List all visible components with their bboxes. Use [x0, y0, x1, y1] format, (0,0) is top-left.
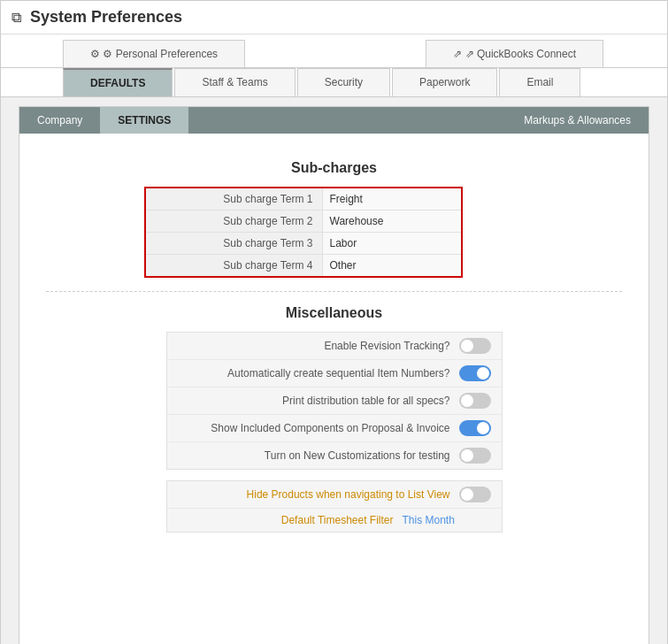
settings-panel: Company SETTINGS Markups & Allowances Su… — [19, 106, 649, 644]
sub-tabs-bar: Company SETTINGS Markups & Allowances — [19, 107, 649, 134]
quickbooks-icon: ⇗ — [453, 48, 462, 60]
bottom-row-timesheet-filter: Default Timesheet Filter This Month — [167, 509, 502, 532]
main-content-area: Company SETTINGS Markups & Allowances Su… — [1, 97, 667, 644]
subcharge-label-4: Sub charge Term 4 — [146, 255, 323, 276]
external-link-icon: ⧉ — [12, 10, 21, 26]
subcharge-label-1: Sub charge Term 1 — [146, 188, 323, 210]
bottom-row-hide-products: Hide Products when navigating to List Vi… — [167, 481, 502, 509]
toggle-row-sequential: Automatically create sequential Item Num… — [167, 360, 502, 387]
toggle-label-included-components: Show Included Components on Proposal & I… — [178, 422, 459, 434]
subcharge-value-1[interactable]: Freight — [323, 188, 461, 210]
toggle-hide-products[interactable] — [459, 487, 491, 502]
subcharge-value-2[interactable]: Warehouse — [323, 211, 461, 232]
toggle-customizations[interactable] — [459, 448, 491, 464]
toggle-label-sequential: Automatically create sequential Item Num… — [178, 367, 459, 380]
page-title: System Preferences — [30, 8, 182, 27]
miscellaneous-section: Miscellaneous Enable Revision Tracking? … — [46, 305, 622, 533]
toggle-distribution-table[interactable] — [459, 393, 491, 409]
tab-security[interactable]: Security — [297, 68, 390, 96]
subcharges-section: Sub-charges Sub charge Term 1 Freight Su… — [135, 160, 534, 278]
subtab-settings[interactable]: SETTINGS — [100, 107, 188, 134]
subcharge-value-4[interactable]: Other — [323, 255, 461, 276]
toggle-row-distribution: Print distribution table for all specs? — [167, 387, 502, 415]
toggle-included-components[interactable] — [459, 420, 491, 436]
table-row: Sub charge Term 4 Other — [146, 255, 461, 276]
subcharge-value-3[interactable]: Labor — [323, 233, 461, 254]
table-row: Sub charge Term 2 Warehouse — [146, 211, 461, 233]
toggle-row-included-components: Show Included Components on Proposal & I… — [167, 415, 502, 442]
settings-content: Sub-charges Sub charge Term 1 Freight Su… — [19, 134, 649, 550]
quickbooks-connect-tab[interactable]: ⇗ ⇗ QuickBooks Connect — [426, 40, 603, 67]
subtab-markups-allowances[interactable]: Markups & Allowances — [506, 107, 649, 134]
bottom-label-hide-products: Hide Products when navigating to List Vi… — [178, 488, 459, 501]
personal-preferences-tab[interactable]: ⚙ ⚙ Personal Preferences — [63, 40, 245, 67]
toggle-label-customizations: Turn on New Customizations for testing — [178, 449, 459, 462]
tab-paperwork[interactable]: Paperwork — [392, 68, 497, 96]
subtab-company[interactable]: Company — [19, 107, 100, 134]
subcharges-title: Sub-charges — [135, 160, 534, 176]
section-divider — [46, 291, 622, 292]
main-tabs: DEFAULTS Staff & Teams Security Paperwor… — [63, 68, 605, 96]
bottom-settings-table: Hide Products when navigating to List Vi… — [166, 480, 503, 533]
gear-icon: ⚙ — [90, 48, 100, 60]
table-row: Sub charge Term 1 Freight — [146, 188, 461, 211]
tab-defaults[interactable]: DEFAULTS — [63, 68, 173, 96]
tab-email[interactable]: Email — [499, 68, 580, 96]
subcharge-label-3: Sub charge Term 3 — [146, 233, 323, 254]
toggle-label-distribution: Print distribution table for all specs? — [178, 395, 459, 407]
bottom-label-timesheet-filter: Default Timesheet Filter — [178, 514, 403, 526]
miscellaneous-title: Miscellaneous — [286, 305, 382, 321]
miscellaneous-toggles: Enable Revision Tracking? Automatically … — [166, 332, 503, 470]
toggle-revision-tracking[interactable] — [459, 338, 491, 354]
top-navigation: ⚙ ⚙ Personal Preferences ⇗ ⇗ QuickBooks … — [1, 34, 667, 68]
bottom-value-timesheet-filter[interactable]: This Month — [403, 514, 491, 526]
toggle-row-customizations: Turn on New Customizations for testing — [167, 442, 502, 469]
subcharges-table: Sub charge Term 1 Freight Sub charge Ter… — [144, 187, 463, 278]
toggle-row-revision: Enable Revision Tracking? — [167, 333, 502, 360]
toggle-label-revision: Enable Revision Tracking? — [178, 340, 459, 352]
toggle-sequential-numbers[interactable] — [459, 365, 491, 381]
tab-staff-teams[interactable]: Staff & Teams — [174, 68, 295, 96]
main-tabs-bar: DEFAULTS Staff & Teams Security Paperwor… — [1, 68, 667, 97]
subcharge-label-2: Sub charge Term 2 — [146, 211, 323, 232]
app-header: ⧉ System Preferences — [1, 1, 667, 34]
table-row: Sub charge Term 3 Labor — [146, 233, 461, 255]
